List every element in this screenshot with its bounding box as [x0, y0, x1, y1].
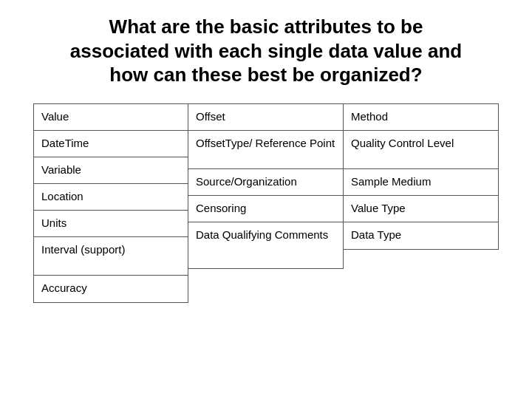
cell-variable: Variable: [34, 157, 188, 184]
page: What are the basic attributes to be asso…: [0, 0, 532, 399]
cell-datatype: Data Type: [344, 222, 498, 249]
cell-source: Source/Organization: [188, 169, 343, 196]
cell-valuetype: Value Type: [344, 196, 498, 222]
cell-dqc: Data Qualifying Comments: [188, 222, 343, 268]
cell-qcl: Quality Control Level: [344, 131, 498, 169]
cell-accuracy: Accuracy: [34, 276, 188, 302]
cell-value: Value: [34, 104, 188, 131]
column-2: Offset OffsetType/ Reference Point Sourc…: [188, 103, 344, 269]
table-area: Value DateTime Variable Location Units I…: [22, 103, 510, 303]
cell-units: Units: [34, 211, 188, 237]
column-3: Method Quality Control Level Sample Medi…: [344, 103, 499, 250]
cell-censoring: Censoring: [188, 196, 343, 222]
column-1: Value DateTime Variable Location Units I…: [33, 103, 188, 303]
cell-offset: Offset: [188, 104, 343, 131]
cell-samplemedium: Sample Medium: [344, 169, 498, 196]
cell-offsettype: OffsetType/ Reference Point: [188, 131, 343, 169]
cell-location: Location: [34, 184, 188, 211]
page-title: What are the basic attributes to be asso…: [70, 15, 462, 87]
cell-interval: Interval (support): [34, 237, 188, 276]
cell-datetime: DateTime: [34, 131, 188, 157]
cell-method: Method: [344, 104, 498, 131]
